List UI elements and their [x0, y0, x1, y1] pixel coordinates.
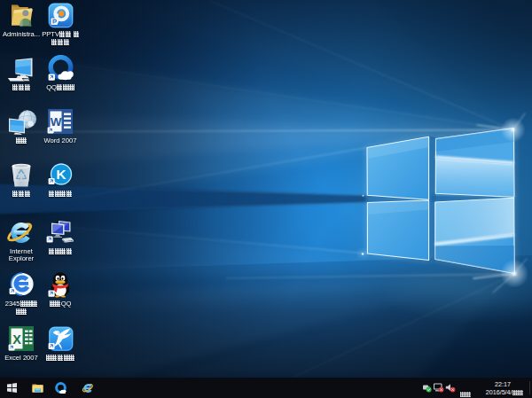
svg-text:W: W — [51, 115, 62, 129]
svg-text:K: K — [56, 167, 66, 182]
svg-text:X: X — [12, 332, 21, 347]
